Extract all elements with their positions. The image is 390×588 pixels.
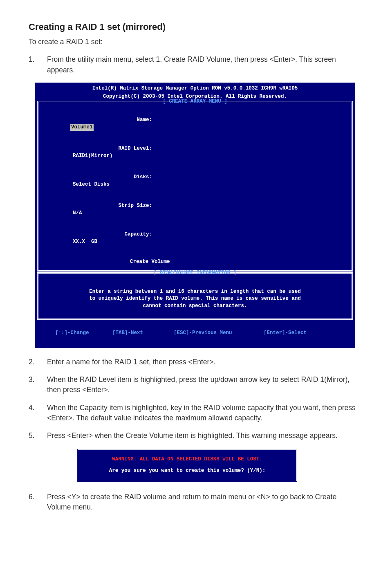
bios-bottom-frame: [ DISK/VOLUME INFORMATION ] Enter a stri… xyxy=(37,272,353,320)
bios-footer-hints: [↑↓]-Change[TAB]-Next[ESC]-Previous Menu… xyxy=(35,321,355,346)
bios-info-line: to uniquely identify the RAID volume. Th… xyxy=(51,295,339,303)
bios-header-line1: Intel(R) Matrix Storage Manager Option R… xyxy=(35,85,355,92)
steps-list-cont2: 6. Press <Y> to create the RAID volume a… xyxy=(29,492,361,513)
step-6: 6. Press <Y> to create the RAID volume a… xyxy=(29,492,361,513)
step-5: 5. Press <Enter> when the Create Volume … xyxy=(29,431,361,441)
bios-value-strip-size: N/A xyxy=(70,210,82,217)
hint-change: [↑↓]-Change xyxy=(55,330,112,337)
bios-value-disks[interactable]: Select Disks xyxy=(70,181,110,189)
step-num: 4. xyxy=(29,403,47,424)
step-body: Press <Y> to create the RAID volume and … xyxy=(47,492,361,513)
bios-info-line: Enter a string between 1 and 16 characte… xyxy=(51,288,339,296)
bios-row-name: Name: Volume1 xyxy=(46,110,344,138)
bios-label: RAID Level: xyxy=(70,145,152,153)
bios-value-raid-level[interactable]: RAID1(Mirror) xyxy=(70,153,113,160)
bios-row-strip-size: Strip Size: N/A xyxy=(46,195,344,224)
step-num: 3. xyxy=(29,375,47,395)
bios-label: Name: xyxy=(70,117,152,124)
warning-screenshot: WARNING: ALL DATA ON SELECTED DISKS WILL… xyxy=(77,449,361,482)
bios-section-disk-volume: [ DISK/VOLUME INFORMATION ] xyxy=(38,269,352,277)
step-2: 2. Enter a name for the RAID 1 set, then… xyxy=(29,357,361,367)
steps-list-cont: 2. Enter a name for the RAID 1 set, then… xyxy=(29,357,361,441)
step-num: 6. xyxy=(29,492,47,513)
step-4: 4. When the Capacity item is highlighted… xyxy=(29,403,361,424)
steps-list: 1. From the utility main menu, select 1.… xyxy=(29,54,361,75)
warning-prompt[interactable]: Are you sure you want to create this vol… xyxy=(88,467,287,474)
step-body: Enter a name for the RAID 1 set, then pr… xyxy=(47,357,361,367)
bios-info-line: cannot contain special characters. xyxy=(51,303,339,310)
bios-row-disks: Disks: Select Disks xyxy=(46,167,344,195)
step-num: 2. xyxy=(29,357,47,367)
bios-section-create-array: [ CREATE ARRAY MENU ] xyxy=(38,98,352,105)
bios-label: Disks: xyxy=(70,174,152,181)
step-body: From the utility main menu, select 1. Cr… xyxy=(47,54,361,75)
bios-label: Strip Size: xyxy=(70,202,152,210)
hint-previous: [ESC]-Previous Menu xyxy=(174,330,264,337)
hint-select: [Enter]-Select xyxy=(264,330,307,337)
bios-row-raid-level: RAID Level: RAID1(Mirror) xyxy=(46,138,344,167)
bios-row-capacity: Capacity: XX.X GB xyxy=(46,224,344,253)
step-body: Press <Enter> when the Create Volume ite… xyxy=(47,431,361,441)
bios-top-frame: [ CREATE ARRAY MENU ] Name: Volume1 RAID… xyxy=(37,101,353,272)
step-body: When the Capacity item is highlighted, k… xyxy=(47,403,361,424)
warning-text-red: WARNING: ALL DATA ON SELECTED DISKS WILL… xyxy=(88,456,287,463)
bios-value-capacity[interactable]: XX.X GB xyxy=(70,238,97,246)
bios-info-text: Enter a string between 1 and 16 characte… xyxy=(38,277,352,319)
step-body: When the RAID Level item is highlighted,… xyxy=(47,375,361,395)
bios-create-volume[interactable]: Create Volume xyxy=(46,258,344,266)
page-heading: Creating a RAID 1 set (mirrored) xyxy=(29,20,361,34)
step-3: 3. When the RAID Level item is highlight… xyxy=(29,375,361,395)
step-1: 1. From the utility main menu, select 1.… xyxy=(29,54,361,75)
bios-value-name[interactable]: Volume1 xyxy=(70,124,94,131)
step-num: 5. xyxy=(29,431,47,441)
bios-screenshot: Intel(R) Matrix Storage Manager Option R… xyxy=(35,83,355,348)
intro-text: To create a RAID 1 set: xyxy=(29,37,361,47)
step-num: 1. xyxy=(29,54,47,75)
hint-next: [TAB]-Next xyxy=(112,330,174,337)
bios-label: Capacity: xyxy=(70,231,152,238)
